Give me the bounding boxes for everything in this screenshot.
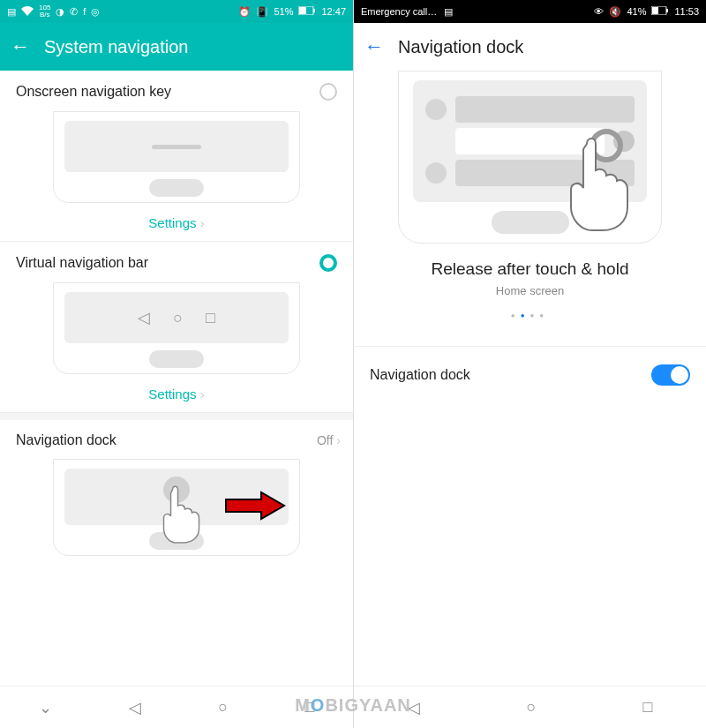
chevron-right-icon: › [200,387,205,402]
battery-icon [651,6,669,17]
status-right-group: 👁 🔇 41% 11:53 [594,6,699,18]
toggle-label: Navigation dock [370,367,470,383]
back-arrow-icon[interactable]: ← [364,35,384,58]
statusbar-right: Emergency call… ▤ 👁 🔇 41% 11:53 [354,0,706,23]
soft-nav-bar-left: ⌄ ◁ ○ □ [0,686,353,728]
radio-unchecked-icon[interactable] [319,83,337,101]
sim-icon: ▤ [7,6,16,18]
dot-icon: ● [539,311,549,319]
option-navigation-dock[interactable]: Navigation dock Off › [0,413,353,454]
radio-checked-icon[interactable] [319,254,337,272]
tutorial-subtitle: Home screen [354,284,706,297]
home-pill-icon [149,179,204,197]
sim-icon: ▤ [444,6,453,18]
chrome-icon: ◎ [91,6,100,18]
back-triangle-icon[interactable]: ◁ [408,698,420,717]
mute-icon: 🔇 [609,6,621,18]
alarm-icon: ⏰ [238,6,251,18]
option-label: Navigation dock [16,432,116,448]
status-left-group: Emergency call… ▤ [361,6,453,18]
gesture-line-icon [152,145,201,149]
svg-rect-5 [652,7,658,14]
hide-nav-icon[interactable]: ⌄ [39,698,52,717]
soft-nav-bar-right: ◁ ○ □ [354,686,706,728]
list-bar-icon [455,96,635,123]
recents-square-icon[interactable]: □ [643,698,653,717]
chevron-right-icon: › [200,215,205,230]
telegram-icon: ◑ [56,6,64,18]
battery-pct: 41% [627,6,646,17]
whatsapp-icon: ✆ [70,6,78,18]
option-value: Off [317,433,333,447]
settings-label: Settings [148,387,196,402]
tutorial-title: Release after touch & hold [354,259,706,279]
page-indicator[interactable]: ●●●● [354,311,706,319]
content-left: Onscreen navigation key Settings › Virtu… [0,71,353,686]
option-virtual-nav-bar[interactable]: Virtual navigation bar [0,242,353,277]
toggle-switch-on[interactable] [651,364,690,386]
page-title: Navigation dock [398,37,523,57]
home-circle-icon[interactable]: ○ [527,698,537,717]
back-triangle-icon[interactable]: ◁ [129,698,141,717]
pointing-hand-icon [557,131,654,237]
statusbar-left: ▤ 105 B/s ◑ ✆ f ◎ ⏰ 📳 51% 12:47 [0,0,353,23]
facebook-icon: f [83,6,86,17]
content-right: Release after touch & hold Home screen ●… [354,71,706,686]
app-dot-icon [425,162,447,184]
emergency-call-text: Emergency call… [361,6,437,17]
illustration-virtual-navbar: ◁ ○ □ [53,282,300,374]
annotation-arrow-icon [224,491,286,521]
page-title: System navigation [44,37,188,57]
eye-comfort-icon: 👁 [594,6,604,17]
dot-active-icon: ● [521,311,530,319]
settings-link-onscreen[interactable]: Settings › [0,210,353,242]
home-pill-icon [149,350,204,368]
option-label: Virtual navigation bar [16,255,148,271]
clock-text: 12:47 [321,6,346,17]
pointing-hand-icon [155,483,215,544]
header-left: ← System navigation [0,23,353,71]
option-onscreen-nav-key[interactable]: Onscreen navigation key [0,71,353,106]
tutorial-illustration [398,71,662,244]
screen-right: Emergency call… ▤ 👁 🔇 41% 11:53 ← Naviga… [353,0,706,728]
home-circle-icon[interactable]: ○ [218,698,228,717]
svg-rect-1 [313,9,315,12]
dot-icon: ● [511,311,521,319]
header-right: ← Navigation dock [354,23,706,71]
wifi-icon [21,6,34,18]
vibrate-icon: 📳 [256,6,268,18]
chevron-right-icon: › [336,433,341,447]
option-label: Onscreen navigation key [16,84,171,100]
svg-rect-4 [666,9,668,12]
navigation-dock-toggle-row[interactable]: Navigation dock [354,347,706,403]
illustration-onscreen-key [53,111,300,203]
battery-icon [298,6,316,17]
status-left-icons: ▤ 105 B/s ◑ ✆ f ◎ [7,4,100,19]
dot-icon: ● [530,311,540,319]
network-speed: 105 B/s [39,4,50,19]
home-circle-icon: ○ [173,309,183,327]
back-triangle-icon: ◁ [138,308,150,327]
settings-label: Settings [148,215,196,230]
recents-square-icon[interactable]: □ [304,698,314,717]
back-arrow-icon[interactable]: ← [11,35,30,58]
recents-square-icon: □ [206,309,215,327]
battery-pct: 51% [274,6,293,17]
settings-link-virtual[interactable]: Settings › [0,381,353,413]
app-dot-icon [425,99,447,120]
svg-rect-2 [299,7,306,14]
status-right-icons: ⏰ 📳 51% 12:47 [238,6,346,18]
screen-left: ▤ 105 B/s ◑ ✆ f ◎ ⏰ 📳 51% 12:47 ← System… [0,0,353,728]
clock-text: 11:53 [674,6,699,17]
kbps-unit: B/s [40,11,50,19]
